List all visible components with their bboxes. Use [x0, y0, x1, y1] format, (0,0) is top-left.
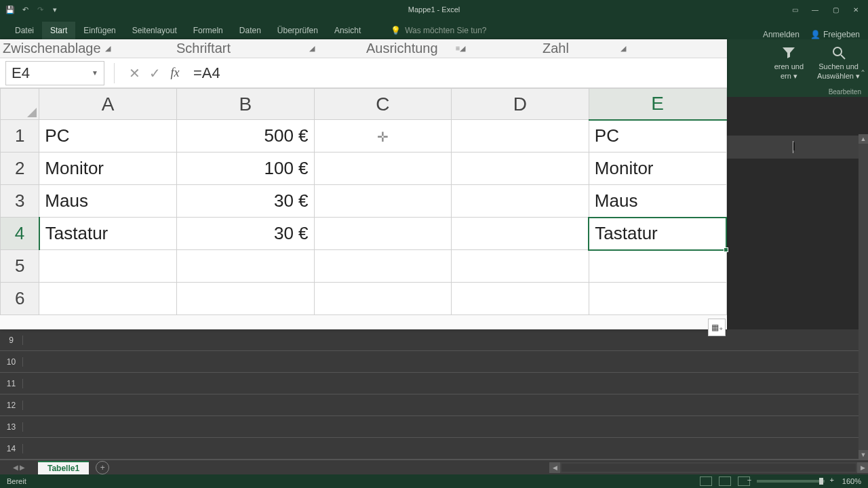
tab-einfuegen[interactable]: Einfügen: [75, 22, 123, 39]
ribbon-display-icon[interactable]: ▭: [785, 3, 804, 16]
cell-A3[interactable]: Maus: [39, 185, 177, 218]
cell-D4[interactable]: [452, 218, 589, 250]
tell-me-search[interactable]: 💡 Was möchten Sie tun?: [382, 22, 494, 39]
cell-C1[interactable]: ✛: [314, 120, 452, 152]
row-header-11[interactable]: 11: [0, 379, 23, 388]
cell-E2[interactable]: Monitor: [589, 152, 726, 185]
cell-A4[interactable]: Tastatur: [39, 218, 177, 250]
fx-icon[interactable]: fx: [165, 63, 185, 83]
cell-A2[interactable]: Monitor: [39, 152, 177, 185]
signin-button[interactable]: Anmelden: [763, 30, 800, 39]
col-header-B[interactable]: B: [176, 89, 314, 120]
minimize-icon[interactable]: —: [806, 3, 825, 16]
row-header-3[interactable]: 3: [1, 185, 39, 218]
cell-B6[interactable]: [176, 283, 314, 315]
tab-start[interactable]: Start: [42, 22, 75, 39]
tab-daten[interactable]: Daten: [231, 22, 269, 39]
row-header-10[interactable]: 10: [0, 357, 23, 367]
col-header-A[interactable]: A: [39, 89, 177, 120]
select-all-corner[interactable]: [1, 89, 39, 120]
cell-C6[interactable]: [314, 283, 452, 315]
undo-icon[interactable]: ↶: [20, 5, 30, 14]
cancel-formula-icon[interactable]: ✕: [124, 63, 144, 83]
col-header-C[interactable]: C: [314, 89, 452, 120]
vertical-scrollbar[interactable]: ▲ ▼: [859, 134, 868, 460]
cell-A6[interactable]: [39, 283, 177, 315]
row-header-1[interactable]: 1: [1, 120, 39, 152]
qat-customize-icon[interactable]: ▾: [50, 5, 60, 14]
tab-ueberpruefen[interactable]: Überprüfen: [269, 22, 326, 39]
view-pagelayout-icon[interactable]: [719, 476, 731, 486]
accept-formula-icon[interactable]: ✓: [144, 63, 165, 83]
scroll-left-icon[interactable]: ◀: [549, 462, 560, 473]
row-header-9[interactable]: 9: [0, 336, 23, 345]
scroll-right-icon[interactable]: ▶: [857, 462, 868, 473]
cell-E4[interactable]: Tastatur: [589, 218, 726, 250]
add-sheet-button[interactable]: +: [96, 461, 109, 474]
fill-handle[interactable]: [724, 247, 728, 252]
sheet-nav[interactable]: ◀ ▶: [0, 464, 38, 471]
cell-D1[interactable]: [452, 120, 589, 152]
row-header-13[interactable]: 13: [0, 422, 23, 432]
redo-icon[interactable]: ↷: [35, 5, 45, 14]
col-header-D[interactable]: D: [452, 89, 589, 120]
row-header-12[interactable]: 12: [0, 401, 23, 410]
ribbon-group-alignment: Ausrichtung≡◢: [366, 41, 465, 56]
sheet-tab-tabelle1[interactable]: Tabelle1: [38, 461, 89, 474]
cell-B4[interactable]: 30 €: [176, 218, 314, 250]
find-select-button[interactable]: Suchen und Auswählen ▾: [817, 45, 860, 81]
cell-A1[interactable]: PC: [39, 120, 177, 152]
row-header-2[interactable]: 2: [1, 152, 39, 185]
cell-D3[interactable]: [452, 185, 589, 218]
view-normal-icon[interactable]: [700, 476, 712, 486]
tab-formeln[interactable]: Formeln: [185, 22, 231, 39]
cell-C5[interactable]: [314, 250, 452, 283]
cell-D6[interactable]: [452, 283, 589, 315]
scroll-down-icon[interactable]: ▼: [859, 450, 868, 460]
cell-E6[interactable]: [589, 283, 726, 315]
dialog-launcher-icon[interactable]: ≡◢: [456, 44, 465, 53]
close-icon[interactable]: ✕: [846, 3, 865, 16]
name-box[interactable]: E4 ▼: [5, 61, 104, 85]
maximize-icon[interactable]: ▢: [826, 3, 845, 16]
cell-E1[interactable]: PC: [589, 120, 726, 152]
formula-input[interactable]: [185, 61, 727, 85]
cell-B2[interactable]: 100 €: [176, 152, 314, 185]
ribbon-group-editing: Bearbeiten: [829, 88, 861, 96]
cell-C4[interactable]: [314, 218, 452, 250]
cell-B3[interactable]: 30 €: [176, 185, 314, 218]
cell-E3[interactable]: Maus: [589, 185, 726, 218]
tab-ansicht[interactable]: Ansicht: [326, 22, 369, 39]
row-header-4[interactable]: 4: [1, 218, 39, 250]
row-header-14[interactable]: 14: [0, 444, 23, 453]
cell-C3[interactable]: [314, 185, 452, 218]
zoom-slider[interactable]: [757, 480, 825, 483]
cell-A5[interactable]: [39, 250, 177, 283]
row-header-6[interactable]: 6: [1, 283, 39, 315]
background-grid[interactable]: 9 10 11 12 13 14: [0, 329, 859, 469]
col-header-E[interactable]: E: [589, 89, 726, 120]
cell-B1[interactable]: 500 €: [176, 120, 314, 152]
tab-seitenlayout[interactable]: Seitenlayout: [124, 22, 185, 39]
scroll-up-icon[interactable]: ▲: [859, 134, 868, 144]
chevron-down-icon[interactable]: ▼: [92, 69, 98, 77]
bg-formula-cell[interactable]: I: [727, 136, 859, 159]
collapse-ribbon-icon[interactable]: ˄: [861, 68, 865, 79]
dialog-launcher-icon[interactable]: ◢: [620, 44, 626, 53]
row-header-5[interactable]: 5: [1, 250, 39, 283]
tab-datei[interactable]: Datei: [7, 22, 42, 39]
cell-D5[interactable]: [452, 250, 589, 283]
dialog-launcher-icon[interactable]: ◢: [309, 44, 315, 53]
autofill-options-button[interactable]: ▦₊: [708, 319, 726, 336]
cell-D2[interactable]: [452, 152, 589, 185]
cell-C2[interactable]: [314, 152, 452, 185]
zoom-level[interactable]: 160%: [842, 477, 861, 485]
horizontal-scrollbar[interactable]: ◀ ▶: [549, 462, 868, 473]
cell-B5[interactable]: [176, 250, 314, 283]
sort-filter-button[interactable]: eren und ern ▾: [774, 45, 804, 81]
spreadsheet-grid[interactable]: A B C D E 1 PC 500 € ✛ PC 2 Monitor 100 …: [0, 88, 727, 315]
save-icon[interactable]: 💾: [5, 5, 15, 14]
cell-E5[interactable]: [589, 250, 726, 283]
share-button[interactable]: 👤 Freigeben: [810, 30, 860, 39]
dialog-launcher-icon[interactable]: ◢: [105, 44, 111, 53]
